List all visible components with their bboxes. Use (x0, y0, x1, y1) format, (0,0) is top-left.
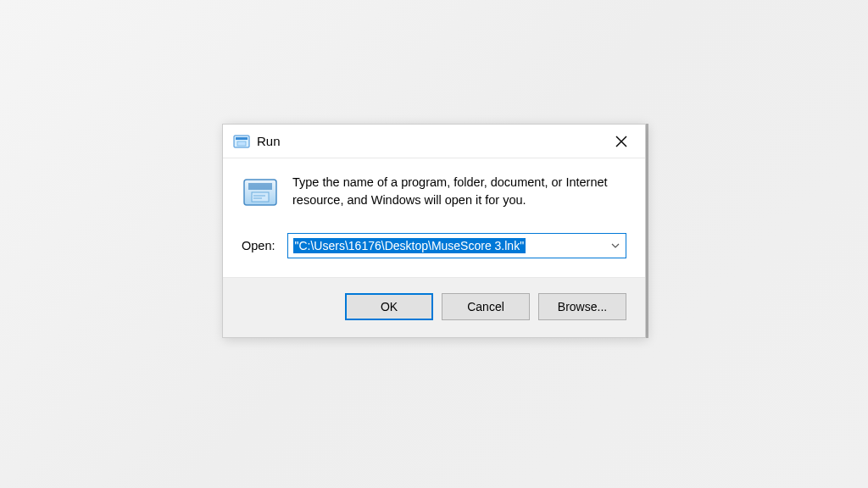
run-dialog-container: Run (222, 124, 648, 338)
run-dialog: Run (222, 124, 646, 338)
open-input-row: Open: "C:\Users\16176\Desktop\MuseScore … (223, 228, 645, 277)
svg-rect-6 (248, 183, 272, 190)
browse-button[interactable]: Browse... (538, 293, 626, 320)
ok-button[interactable]: OK (345, 293, 433, 320)
button-row: OK Cancel Browse... (223, 277, 645, 337)
dialog-body: Type the name of a program, folder, docu… (223, 158, 645, 228)
dropdown-toggle[interactable] (609, 239, 622, 252)
svg-rect-2 (237, 141, 246, 146)
open-combobox[interactable]: "C:\Users\16176\Desktop\MuseScore 3.lnk" (287, 233, 627, 258)
close-button[interactable] (606, 129, 637, 154)
close-icon (615, 136, 627, 147)
chevron-down-icon (611, 243, 620, 248)
run-app-icon (233, 134, 250, 149)
dialog-title: Run (257, 134, 606, 148)
dialog-right-edge (646, 124, 648, 338)
cancel-button[interactable]: Cancel (442, 293, 530, 320)
open-label: Open: (242, 239, 275, 252)
open-input-value[interactable]: "C:\Users\16176\Desktop\MuseScore 3.lnk" (293, 238, 526, 253)
svg-rect-7 (252, 192, 269, 202)
titlebar: Run (223, 125, 645, 158)
dialog-description: Type the name of a program, folder, docu… (292, 174, 626, 209)
svg-rect-1 (236, 137, 248, 140)
run-large-icon (242, 175, 279, 209)
